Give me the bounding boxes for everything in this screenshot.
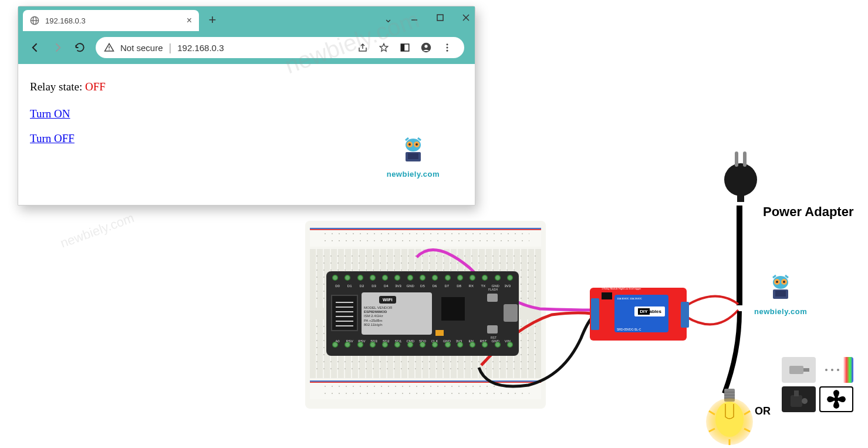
svg-rect-41 (803, 368, 809, 372)
svg-rect-26 (737, 194, 744, 202)
security-label: Not secure (120, 43, 163, 53)
maximize-icon[interactable] (436, 14, 444, 24)
relay-spec: SRD-05VDC-SL-C (617, 328, 641, 331)
chip-spec: 802.11b/g/n (364, 323, 430, 327)
window-controls: ⌄ (384, 6, 470, 31)
svg-rect-46 (794, 390, 799, 396)
relay-input-terminals (591, 298, 599, 330)
power-plug (722, 149, 759, 196)
relay-block: SRD-05VDC-SL-C 10A 30VDC 10A 28VDC DIYab… (614, 295, 668, 332)
reset-button (487, 325, 498, 334)
svg-point-47 (802, 398, 808, 404)
svg-rect-4 (437, 15, 443, 21)
solenoid-icon (782, 357, 816, 383)
separator: | (169, 42, 172, 54)
profile-icon[interactable] (421, 42, 431, 53)
svg-point-8 (109, 49, 110, 50)
relay-output-terminals (681, 302, 689, 328)
svg-point-42 (825, 369, 828, 371)
relay-state-value: OFF (85, 80, 106, 93)
relay-rating: 10A 30VDC 10A 28VDC (617, 297, 642, 300)
relay-module: SRD-05VDC-SL-C 10A 30VDC 10A 28VDC DIYab… (590, 288, 687, 341)
address-bar[interactable]: Not secure | 192.168.0.3 (96, 37, 464, 58)
esp-chip: WiFi MODEL VENDOR ESP8266MOD ISM 2.4GHz … (362, 292, 432, 335)
component (435, 330, 444, 336)
brand-name: newbiely.com (754, 307, 807, 316)
owl-icon (766, 273, 795, 302)
svg-rect-45 (791, 395, 802, 407)
light-bulb (703, 388, 744, 440)
micro-usb-port (504, 304, 518, 322)
browser-tab[interactable]: 192.168.0.3 × (23, 10, 199, 31)
flash-label: FLASH (488, 288, 498, 291)
led-strip-icon (819, 357, 853, 383)
minimize-icon[interactable] (410, 14, 418, 24)
svg-rect-24 (735, 151, 738, 167)
back-button[interactable] (25, 38, 45, 58)
close-window-icon[interactable] (462, 14, 470, 24)
device-options (782, 357, 858, 412)
url-text: 192.168.0.3 (177, 43, 224, 53)
address-row: Not secure | 192.168.0.3 (18, 31, 475, 64)
svg-point-35 (776, 281, 778, 283)
fan-icon (819, 386, 853, 412)
svg-rect-10 (401, 44, 404, 51)
svg-point-23 (724, 163, 757, 196)
svg-point-37 (783, 281, 785, 283)
brand-name: newbiely.com (387, 170, 440, 178)
chip-spec: ISM 2.4GHz (364, 314, 430, 318)
svg-point-43 (831, 369, 833, 371)
brand-logo-2: newbiely.com (754, 273, 807, 316)
turn-on-link[interactable]: Turn ON (30, 107, 463, 120)
globe-icon (30, 16, 39, 25)
panel-icon[interactable] (400, 42, 410, 53)
chip-spec: PA +25dBm (364, 319, 430, 323)
relay-title: 1 Relay Module High/Low level trigger (602, 287, 641, 290)
diy-brand-label: DIYables (634, 306, 665, 316)
small-chip (441, 297, 465, 321)
relay-component (602, 292, 612, 299)
menu-icon[interactable] (442, 42, 452, 53)
relay-label: Relay state: (30, 80, 85, 93)
owl-icon (398, 136, 428, 165)
relay-status-line: Relay state: OFF (30, 80, 463, 93)
chip-model: ESP8266MOD (364, 310, 430, 314)
tab-dropdown-icon[interactable]: ⌄ (384, 12, 393, 25)
svg-point-18 (408, 143, 411, 146)
chip-vendor: MODEL VENDOR (364, 306, 430, 310)
svg-point-44 (837, 369, 839, 371)
new-tab-button[interactable]: + (204, 11, 221, 29)
pin-labels-top: D0D1D2D3D43V3GNDD5D6D7D8RXTXGND3V3 (333, 284, 512, 288)
warning-icon (104, 42, 114, 53)
watermark: newbiely.com (59, 210, 137, 251)
svg-point-32 (715, 402, 744, 437)
tab-close-icon[interactable]: × (187, 15, 192, 26)
svg-rect-39 (775, 291, 786, 297)
address-bar-icons (357, 42, 452, 53)
tab-strip: 192.168.0.3 × + ⌄ (18, 6, 475, 31)
tab-title: 192.168.0.3 (45, 16, 86, 25)
antenna (331, 295, 358, 331)
svg-rect-25 (743, 151, 747, 167)
forward-button[interactable] (48, 38, 67, 58)
browser-window: 192.168.0.3 × + ⌄ Not secure | 192.168.0… (18, 6, 475, 206)
pin-row-bottom (332, 342, 513, 352)
brand-logo: newbiely.com (387, 136, 440, 178)
power-adapter-label: Power Adapter (763, 204, 853, 220)
pump-icon (782, 386, 816, 412)
flash-button (487, 294, 498, 302)
svg-point-12 (424, 45, 427, 48)
share-icon[interactable] (357, 42, 368, 53)
esp8266-board: D0D1D2D3D43V3GNDD5D6D7D8RXTXGND3V3 WiFi … (326, 271, 519, 356)
svg-point-20 (416, 143, 418, 146)
reload-button[interactable] (70, 38, 90, 58)
or-label: OR (755, 405, 771, 417)
svg-point-13 (447, 43, 448, 45)
svg-point-14 (447, 47, 448, 49)
wifi-label: WiFi (379, 296, 396, 304)
star-icon[interactable] (379, 42, 389, 53)
svg-point-15 (447, 50, 448, 52)
svg-rect-40 (789, 366, 803, 374)
svg-rect-22 (408, 153, 418, 159)
